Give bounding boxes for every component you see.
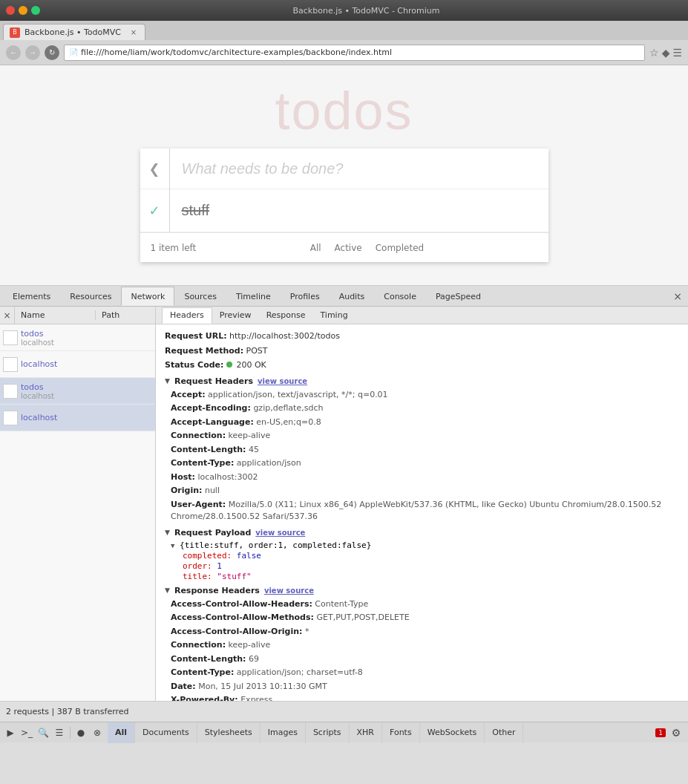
minimize-window-button[interactable]	[19, 6, 27, 15]
request-tab-headers[interactable]: Headers	[162, 307, 212, 324]
header-value: *	[305, 627, 309, 636]
filter-tab-websockets[interactable]: WebSockets	[420, 722, 485, 743]
network-item-text: todos localhost	[21, 329, 54, 347]
network-list-header: × Name Path	[0, 307, 155, 324]
header-value: keep-alive	[229, 640, 271, 650]
payload-key: completed:	[183, 551, 237, 561]
tab-pagespeed[interactable]: PageSpeed	[426, 287, 491, 306]
maximize-window-button[interactable]	[31, 6, 40, 15]
url-icon: 📄	[69, 48, 78, 56]
filter-active[interactable]: Active	[330, 241, 367, 255]
tab-elements[interactable]: Elements	[3, 287, 60, 306]
response-headers-label: Response Headers	[174, 586, 260, 595]
header-row: Origin: null	[171, 485, 679, 497]
header-value: GET,PUT,POST,DELETE	[316, 612, 409, 622]
network-item-icon	[3, 330, 18, 345]
response-headers-section: ▼ Response Headers view source	[165, 586, 679, 595]
record-button[interactable]: ●	[73, 725, 88, 740]
tab-resources[interactable]: Resources	[60, 287, 121, 306]
header-value: null	[205, 486, 220, 495]
tab-network[interactable]: Network	[121, 287, 174, 306]
header-row: User-Agent: Mozilla/5.0 (X11; Linux x86_…	[171, 499, 679, 523]
inspect-button[interactable]: ▶	[3, 725, 18, 740]
network-item-selected[interactable]: localhost	[0, 405, 155, 431]
todo-input-row: ❮ What needs to be done?	[140, 148, 548, 189]
todo-check-icon[interactable]: ✓	[140, 189, 170, 232]
todo-input-placeholder[interactable]: What needs to be done?	[170, 160, 548, 177]
tab-audits[interactable]: Audits	[330, 287, 375, 306]
view-source-link-3[interactable]: view source	[264, 587, 314, 595]
request-url-row: Request URL: http://localhost:3002/todos	[165, 330, 679, 343]
network-list-close-button[interactable]: ×	[0, 307, 15, 324]
header-value: application/json, text/javascript, */*; …	[208, 390, 388, 399]
tab-console[interactable]: Console	[374, 287, 426, 306]
filter-tab-scripts[interactable]: Scripts	[306, 722, 350, 743]
title-bar: Backbone.js • TodoMVC - Chromium	[0, 0, 688, 21]
filter-tab-xhr[interactable]: XHR	[350, 722, 382, 743]
request-tab-response[interactable]: Response	[259, 307, 313, 324]
payload-field: completed: false	[183, 551, 679, 561]
console-button[interactable]: >_	[19, 725, 34, 740]
filter-tab-other[interactable]: Other	[485, 722, 523, 743]
url-bar[interactable]: 📄 file:///home/liam/work/todomvc/archite…	[64, 45, 645, 61]
header-row: Content-Length: 45	[171, 444, 679, 457]
section-toggle-icon[interactable]: ▼	[165, 529, 170, 536]
browser-tab[interactable]: B Backbone.js • TodoMVC ×	[3, 24, 145, 40]
network-list: × Name Path todos localhost localhost	[0, 307, 156, 701]
devtools-status-bar: 2 requests | 387 B transferred	[0, 701, 688, 722]
request-tab-preview[interactable]: Preview	[212, 307, 259, 324]
payload-toggle-icon[interactable]: ▼	[171, 542, 174, 549]
request-tab-timing[interactable]: Timing	[312, 307, 355, 324]
request-payload-label: Request Payload	[174, 528, 251, 538]
section-toggle-icon[interactable]: ▼	[165, 377, 170, 385]
search-button[interactable]: 🔍	[36, 725, 50, 740]
header-name: Content-Type:	[171, 667, 234, 677]
settings-button[interactable]: ⚙	[669, 725, 684, 740]
header-row: Content-Type: application/json; charset=…	[171, 667, 679, 679]
extension-icon[interactable]: ◆	[662, 47, 670, 59]
toolbar-right: 1 ⚙	[655, 725, 688, 740]
back-button[interactable]: ←	[6, 45, 21, 60]
filter-all[interactable]: All	[305, 241, 327, 255]
tab-profiles[interactable]: Profiles	[281, 287, 330, 306]
header-value: Mozilla/5.0 (X11; Linux x86_64) AppleWeb…	[171, 500, 661, 522]
clear-button[interactable]: ⊗	[90, 725, 105, 740]
todo-footer: 1 item left All Active Completed	[140, 232, 548, 262]
refresh-button[interactable]: ↻	[45, 45, 59, 60]
col-name-label: Name	[15, 310, 96, 320]
filter-tab-fonts[interactable]: Fonts	[382, 722, 420, 743]
payload-block: ▼ {title:stuff, order:1, completed:false…	[171, 540, 679, 581]
filter-completed[interactable]: Completed	[370, 241, 429, 255]
tab-timeline[interactable]: Timeline	[226, 287, 281, 306]
header-value: keep-alive	[229, 431, 271, 440]
filter-tab-all[interactable]: All	[108, 722, 135, 743]
status-code-value: 200 OK	[236, 360, 266, 370]
network-item-selected[interactable]: todos localhost	[0, 378, 155, 405]
menu-icon[interactable]: ☰	[672, 47, 682, 59]
list-button[interactable]: ☰	[52, 725, 67, 740]
bookmark-icon[interactable]: ☆	[649, 47, 659, 59]
url-text: file:///home/liam/work/todomvc/architect…	[81, 48, 392, 57]
filter-tab-images[interactable]: Images	[261, 722, 306, 743]
forward-button[interactable]: →	[25, 45, 40, 60]
filter-tab-documents[interactable]: Documents	[135, 722, 197, 743]
address-right-icons: ☆ ◆ ☰	[649, 47, 682, 59]
header-name: Accept-Language:	[171, 417, 254, 427]
todo-item-text: stuff	[170, 202, 548, 219]
network-item-host: localhost	[21, 339, 54, 347]
section-toggle-icon[interactable]: ▼	[165, 587, 170, 594]
tab-sources[interactable]: Sources	[174, 287, 226, 306]
view-source-link-1[interactable]: view source	[258, 377, 307, 385]
tab-close-button[interactable]: ×	[128, 27, 139, 38]
filter-tab-stylesheets[interactable]: Stylesheets	[197, 722, 261, 743]
payload-obj-label: {title:stuff, order:1, completed:false}	[180, 540, 371, 550]
header-name: Host:	[171, 472, 195, 482]
request-url-value: http://localhost:3002/todos	[229, 331, 340, 341]
toggle-all-icon[interactable]: ❮	[140, 148, 170, 189]
network-item-icon	[3, 384, 18, 399]
network-item[interactable]: localhost	[0, 351, 155, 378]
close-window-button[interactable]	[6, 6, 15, 15]
view-source-link-2[interactable]: view source	[255, 529, 305, 537]
devtools-close-button[interactable]: ×	[670, 289, 685, 304]
network-item[interactable]: todos localhost	[0, 324, 155, 351]
